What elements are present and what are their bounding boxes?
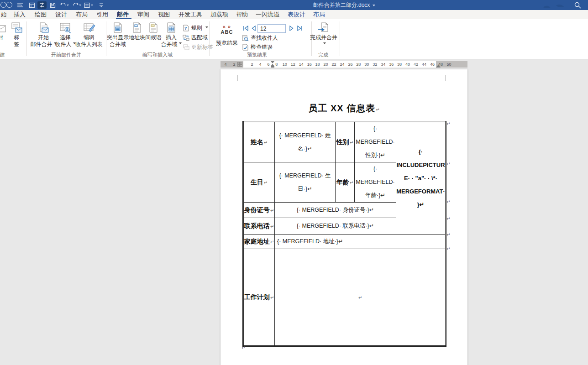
ruler-number: 38 — [397, 62, 402, 67]
group-label-write-insert-fields: 编写和插入域 — [142, 52, 173, 58]
tab-custom-addin[interactable]: 一闪流溢 — [256, 10, 279, 19]
dropdown-icon — [205, 26, 208, 30]
tab-references[interactable]: 引用 — [96, 10, 108, 19]
right-indent-marker[interactable] — [436, 63, 441, 68]
highlight-merge-fields-button[interactable]: 突出显示 合并域 — [104, 21, 131, 51]
group-label-preview-results: 预览结果 — [247, 52, 267, 58]
employee-info-table[interactable]: 姓名↵ {· MERGEFIELD· 姓 名·}↵ 性别↵ {· MERGEFI… — [242, 121, 446, 347]
find-recipient-button[interactable]: 查找收件人 — [242, 34, 278, 42]
cell-birthday-label[interactable]: 生日↵ — [243, 162, 275, 203]
save-icon[interactable] — [48, 1, 57, 9]
cell-age-field[interactable]: {· MERGEFIELD· 年龄·}↵ — [355, 162, 396, 203]
hanging-indent-marker[interactable] — [271, 62, 274, 66]
greeting-line-button[interactable]: 问候语 — [145, 21, 162, 51]
horizontal-ruler[interactable]: 4224681012141618202224262830323436384042… — [220, 61, 467, 68]
paragraph-mark: ↵ — [270, 295, 274, 300]
customize-toolbar-icon[interactable] — [16, 1, 25, 9]
document-heading[interactable]: 员工 XX 信息表↵ — [220, 102, 467, 115]
ruler-number: 2 — [251, 62, 253, 67]
next-record-button[interactable] — [288, 25, 295, 32]
rules-button[interactable]: ? 规则 — [183, 24, 208, 32]
tab-addins[interactable]: 加载项 — [210, 10, 228, 19]
check-errors-button[interactable]: 检查错误 — [242, 43, 273, 52]
tab-review[interactable]: 审阅 — [137, 10, 149, 19]
merge-field-toggle-icon[interactable] — [37, 1, 47, 9]
record-navigator — [242, 24, 306, 33]
group-label-finish: 完成 — [318, 52, 328, 58]
ruler-number: 44 — [422, 62, 426, 67]
ruler-number: 2 — [233, 62, 235, 67]
first-record-button[interactable] — [242, 25, 249, 32]
cell-address-label[interactable]: 家庭地址↵ — [243, 235, 275, 249]
window-control-icon[interactable] — [0, 2, 6, 8]
ruler-number: 16 — [307, 62, 312, 67]
paragraph-mark: ↵ — [264, 140, 268, 145]
tab-layout[interactable]: 布局 — [76, 10, 88, 19]
address-block-button[interactable]: 地址块 — [129, 21, 145, 51]
ruler-number: 26 — [348, 62, 352, 67]
edit-recipient-list-button[interactable]: 编辑 收件人列表 — [72, 21, 106, 51]
paragraph-mark: ↵ — [350, 140, 353, 145]
ruler-number: 42 — [414, 62, 418, 67]
labels-button[interactable]: 标 签 — [7, 21, 26, 51]
cell-age-label[interactable]: 年龄↵ — [336, 162, 355, 203]
ruler-number: 34 — [381, 62, 385, 67]
preview-arrows-icon: « » — [223, 24, 231, 29]
document-title[interactable]: 邮件合并第二部分.docx — [276, 0, 413, 10]
tab-table-design[interactable]: 表设计 — [288, 10, 305, 19]
cell-birthday-field[interactable]: {· MERGEFIELD· 生 日·}↵ — [275, 162, 336, 203]
document-page[interactable]: 员工 XX 信息表↵ 姓名↵ {· MERGEFIELD· 姓 名·}↵ 性别↵… — [220, 69, 467, 365]
match-fields-icon — [183, 34, 189, 41]
cell-phone-field[interactable]: {· MERGEFIELD· 联系电话·}↵ — [275, 218, 396, 235]
left-indent-marker[interactable] — [271, 66, 274, 68]
preview-results-button[interactable]: « » ABC 预览结果 — [214, 21, 240, 51]
tab-table-layout[interactable]: 布局 — [313, 10, 325, 19]
redo-icon[interactable] — [71, 1, 83, 9]
cell-workplan-content[interactable]: ↵ — [275, 249, 446, 346]
group-divider — [209, 21, 210, 56]
tab-developer[interactable]: 开发工具 — [178, 10, 202, 19]
ruler-number: 50 — [446, 62, 451, 67]
record-number-input[interactable] — [257, 24, 286, 33]
ruler-number: 20 — [324, 62, 328, 67]
greeting-line-icon — [148, 21, 159, 34]
search-icon[interactable] — [574, 1, 582, 9]
table-row: 家庭地址↵ {· MERGEFIELD· 地址·}↵ — [243, 235, 446, 249]
tab-draw[interactable]: 绘图 — [35, 10, 47, 19]
cell-id-label[interactable]: 身份证号↵ — [243, 203, 275, 218]
tab-view[interactable]: 视图 — [158, 10, 170, 19]
cell-name-field[interactable]: {· MERGEFIELD· 姓 名·}↵ — [275, 122, 336, 162]
quick-command-icon[interactable] — [83, 1, 95, 9]
cell-id-field[interactable]: {· MERGEFIELD· 身份证号·}↵ — [275, 203, 396, 218]
paragraph-mark: ↵ — [264, 180, 268, 185]
ruler-number: 14 — [299, 62, 304, 67]
ruler-number: 30 — [364, 62, 369, 67]
print-preview-icon[interactable] — [27, 1, 37, 9]
update-labels-button[interactable]: 更新标签 — [183, 43, 213, 52]
cell-name-label[interactable]: 姓名↵ — [243, 122, 275, 162]
cell-gender-field[interactable]: {· MERGEFIELD· 性别·}↵ — [355, 122, 396, 162]
match-fields-button[interactable]: 匹配域 — [183, 33, 208, 42]
tab-insert[interactable]: 插入 — [14, 10, 26, 19]
undo-icon[interactable] — [58, 1, 70, 9]
cell-photo-field[interactable]: {· INCLUDEPICTUR E· · "a"· · \*· MERGEFO… — [396, 122, 446, 235]
ruler-number: 4 — [259, 62, 261, 67]
cell-workplan-label[interactable]: 工作计划↵ — [243, 249, 275, 346]
finish-merge-icon — [317, 21, 330, 34]
more-commands-icon[interactable] — [97, 1, 106, 9]
finish-merge-button[interactable]: 完成并合并 — [310, 21, 337, 51]
ruler-number: 32 — [373, 62, 377, 67]
tab-help[interactable]: 帮助 — [236, 10, 248, 19]
window-control-icon[interactable] — [6, 2, 12, 8]
ribbon-mailings: 封 标 签 建 开始 邮件合并 选择 收件人 编辑 收件人列表 开始邮件合并 — [0, 19, 588, 59]
paragraph-mark: ↵ — [376, 107, 379, 112]
cell-phone-label[interactable]: 联系电话↵ — [243, 218, 275, 235]
last-record-button[interactable] — [296, 25, 303, 32]
previous-record-button[interactable] — [250, 25, 257, 32]
row-end-mark: ↵ — [446, 216, 450, 221]
cell-address-field[interactable]: {· MERGEFIELD· 地址·}↵ — [275, 235, 446, 249]
cell-gender-label[interactable]: 性别↵ — [336, 122, 355, 162]
insert-merge-field-button[interactable]: 插入 合并域 — [161, 21, 182, 51]
tab-home-partial[interactable]: 始 — [1, 10, 7, 19]
tab-design[interactable]: 设计 — [55, 10, 67, 19]
